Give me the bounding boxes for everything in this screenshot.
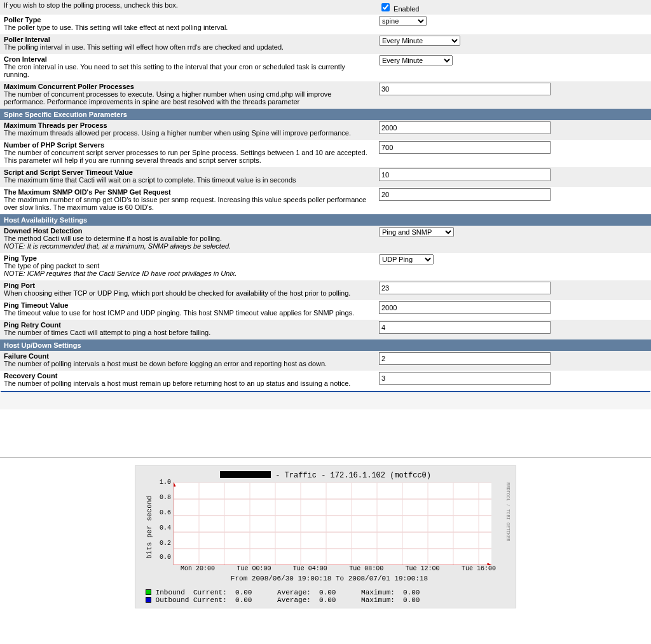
section-host-updown: Host Up/Down Settings: [0, 339, 651, 351]
downed-host-title: Downed Host Detection: [4, 227, 371, 235]
settings-scroll-region[interactable]: If you wish to stop the polling process,…: [0, 0, 651, 458]
row-poller-type: Poller Type The poller type to use. This…: [0, 15, 651, 34]
enabled-checkbox-label: Enabled: [394, 5, 419, 13]
php-servers-desc: The number of concurrent script server p…: [4, 149, 371, 164]
max-oids-input[interactable]: [379, 188, 551, 201]
row-poller-interval: Poller Interval The polling interval in …: [0, 34, 651, 54]
table-footer: [0, 393, 651, 409]
row-ping-timeout: Ping Timeout Value The timeout value to …: [0, 300, 651, 320]
svg-rect-0: [174, 483, 491, 565]
failure-count-desc: The number of polling intervals a host m…: [4, 360, 371, 367]
enabled-checkbox[interactable]: [381, 3, 390, 11]
ping-retry-title: Ping Retry Count: [4, 321, 371, 329]
ping-timeout-title: Ping Timeout Value: [4, 301, 371, 309]
section-spine: Spine Specific Execution Parameters: [0, 109, 651, 120]
row-ping-port: Ping Port When choosing either TCP or UD…: [0, 280, 651, 300]
chart-range-text: From 2008/06/30 19:00:18 To 2008/07/01 1…: [156, 575, 503, 582]
chart-title-redacted: [220, 471, 271, 478]
poller-interval-title: Poller Interval: [4, 36, 371, 43]
ping-port-input[interactable]: [379, 282, 551, 294]
ping-type-title: Ping Type: [4, 254, 371, 262]
recovery-count-desc: The number of polling intervals a host m…: [4, 380, 371, 387]
script-timeout-title: Script and Script Server Timeout Value: [4, 168, 371, 176]
php-servers-title: Number of PHP Script Servers: [4, 141, 371, 149]
row-cron-interval: Cron Interval The cron interval in use. …: [0, 54, 651, 81]
row-ping-type: Ping Type The type of ping packet to sen…: [0, 253, 651, 280]
ping-type-select[interactable]: UDP Ping: [379, 254, 434, 264]
legend-swatch-icon: [146, 589, 151, 595]
chart-xticks: Mon 20:00 Tue 00:00 Tue 04:00 Tue 08:00 …: [174, 565, 503, 572]
row-php-servers: Number of PHP Script Servers The number …: [0, 140, 651, 167]
enabled-desc: If you wish to stop the polling process,…: [4, 1, 371, 9]
legend-swatch-icon: [146, 597, 151, 603]
chart-ylabel: bits per second: [140, 483, 156, 572]
recovery-count-title: Recovery Count: [4, 372, 371, 380]
max-processes-input[interactable]: [379, 83, 551, 95]
max-oids-desc: The maximum number of snmp get OID's to …: [4, 196, 371, 211]
row-ping-retry: Ping Retry Count The number of times Cac…: [0, 320, 651, 339]
max-processes-title: Maximum Concurrent Poller Processes: [4, 83, 371, 90]
script-timeout-input[interactable]: [379, 168, 551, 181]
row-enabled: If you wish to stop the polling process,…: [0, 0, 651, 15]
recovery-count-input[interactable]: [379, 372, 551, 385]
ping-retry-desc: The number of times Cacti will attempt t…: [4, 329, 371, 336]
row-max-processes: Maximum Concurrent Poller Processes The …: [0, 81, 651, 109]
ping-retry-input[interactable]: [379, 321, 551, 334]
downed-host-note: NOTE: It is recommended that, at a minim…: [4, 242, 371, 250]
chart-title: - Traffic - 172.16.1.102 (motfcc0): [140, 471, 511, 480]
cron-interval-select[interactable]: Every Minute: [379, 55, 453, 65]
legend-row-text: Inbound Current: 0.00 Average: 0.00 Maxi…: [151, 589, 420, 596]
poller-type-desc: The poller type to use. This setting wil…: [4, 24, 371, 31]
downed-host-desc: The method Cacti will use to determine i…: [4, 235, 371, 242]
ping-type-note: NOTE: ICMP requires that the Cacti Servi…: [4, 270, 371, 277]
downed-host-select[interactable]: Ping and SNMP: [379, 227, 454, 237]
poller-interval-select[interactable]: Every Minute: [379, 36, 460, 46]
max-threads-desc: The maximum threads allowed per process.…: [4, 129, 371, 137]
failure-count-title: Failure Count: [4, 352, 371, 360]
max-threads-input[interactable]: [379, 121, 551, 134]
row-downed-host: Downed Host Detection The method Cacti w…: [0, 226, 651, 253]
row-max-threads: Maximum Threads per Process The maximum …: [0, 120, 651, 140]
chart-legend: Inbound Current: 0.00 Average: 0.00 Maxi…: [146, 589, 511, 604]
script-timeout-desc: The maximum time that Cacti will wait on…: [4, 176, 371, 184]
cron-interval-desc: The cron interval in use. You need to se…: [4, 63, 371, 78]
ping-type-desc: The type of ping packet to sent: [4, 262, 371, 270]
max-oids-title: The Maximum SNMP OID's Per SNMP Get Requ…: [4, 188, 371, 196]
ping-port-desc: When choosing either TCP or UDP Ping, wh…: [4, 289, 371, 297]
poller-type-title: Poller Type: [4, 16, 371, 24]
ping-timeout-input[interactable]: [379, 301, 551, 314]
max-threads-title: Maximum Threads per Process: [4, 121, 371, 129]
chart-yticks: 1.0 0.8 0.6 0.4 0.2 0.0: [156, 479, 171, 568]
row-max-oids: The Maximum SNMP OID's Per SNMP Get Requ…: [0, 187, 651, 214]
row-script-timeout: Script and Script Server Timeout Value T…: [0, 167, 651, 187]
failure-count-input[interactable]: [379, 352, 551, 365]
row-recovery-count: Recovery Count The number of polling int…: [0, 371, 651, 390]
traffic-chart: - Traffic - 172.16.1.102 (motfcc0) bits …: [135, 465, 516, 608]
row-failure-count: Failure Count The number of polling inte…: [0, 351, 651, 371]
max-processes-desc: The number of concurrent processes to ex…: [4, 90, 371, 106]
php-servers-input[interactable]: [379, 141, 551, 154]
ping-timeout-desc: The timeout value to use for host ICMP a…: [4, 309, 371, 317]
legend-row-text: Outbound Current: 0.00 Average: 0.00 Max…: [151, 596, 420, 604]
cron-interval-title: Cron Interval: [4, 55, 371, 63]
poller-interval-desc: The polling interval in use. This settin…: [4, 43, 371, 51]
poller-type-select[interactable]: spine: [379, 16, 427, 26]
ping-port-title: Ping Port: [4, 282, 371, 289]
chart-plot-area: [174, 483, 491, 565]
rrdtool-watermark: RRDTOOL / TOBI OETIKER: [503, 483, 511, 589]
section-host-availability: Host Availability Settings: [0, 214, 651, 226]
